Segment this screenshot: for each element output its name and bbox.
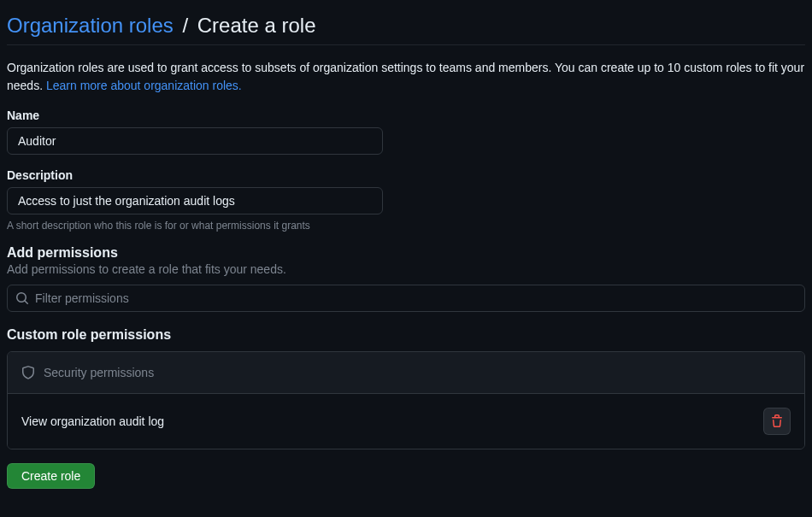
- breadcrumb-current: Create a role: [197, 14, 316, 37]
- delete-permission-button[interactable]: [763, 408, 791, 435]
- add-permissions-subtitle: Add permissions to create a role that fi…: [7, 262, 805, 276]
- name-field: Name: [7, 109, 805, 155]
- trash-icon: [770, 414, 784, 428]
- description-label: Description: [7, 168, 805, 182]
- intro-text: Organization roles are used to grant acc…: [7, 59, 805, 95]
- filter-permissions-wrap: [7, 285, 805, 312]
- breadcrumb-parent-link[interactable]: Organization roles: [7, 14, 174, 37]
- breadcrumb: Organization roles / Create a role: [7, 14, 805, 45]
- description-helper: A short description who this role is for…: [7, 220, 805, 232]
- description-field: Description A short description who this…: [7, 168, 805, 232]
- shield-icon: [21, 366, 35, 379]
- description-input[interactable]: [7, 187, 383, 214]
- permission-row: View organization audit log: [8, 394, 804, 449]
- breadcrumb-separator: /: [182, 14, 188, 37]
- search-icon: [15, 291, 29, 305]
- permission-item-label: View organization audit log: [21, 414, 164, 428]
- create-role-button[interactable]: Create role: [7, 463, 95, 489]
- add-permissions-section: Add permissions Add permissions to creat…: [7, 245, 805, 312]
- learn-more-link[interactable]: Learn more about organization roles.: [46, 79, 242, 92]
- filter-permissions-input[interactable]: [7, 285, 805, 312]
- name-input[interactable]: [7, 127, 383, 155]
- add-permissions-title: Add permissions: [7, 245, 805, 261]
- name-label: Name: [7, 109, 805, 122]
- permission-box: Security permissions View organization a…: [7, 351, 805, 449]
- custom-permissions-section: Custom role permissions Security permiss…: [7, 327, 805, 449]
- custom-permissions-title: Custom role permissions: [7, 327, 805, 343]
- permission-group-label: Security permissions: [44, 366, 154, 379]
- permission-group-header: Security permissions: [8, 352, 804, 394]
